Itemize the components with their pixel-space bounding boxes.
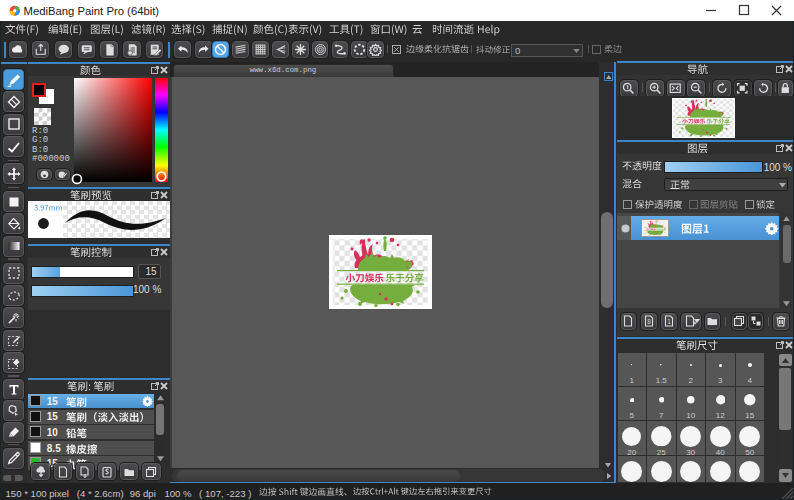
svg-text:8: 8 — [647, 318, 651, 325]
svg-text:1: 1 — [667, 318, 671, 325]
